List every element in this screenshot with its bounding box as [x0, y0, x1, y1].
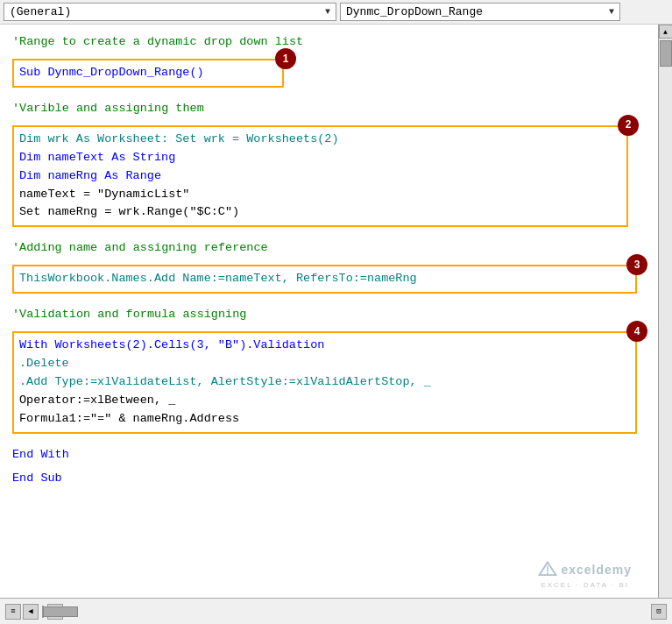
- box2-line2: Dim nameText As String: [19, 151, 175, 164]
- procedure-dropdown-arrow: ▼: [609, 7, 614, 17]
- code-content[interactable]: 'Range to create a dynamic drop down lis…: [0, 25, 658, 598]
- code-box-1: Sub Dynmc_DropDown_Range() 1: [12, 59, 284, 88]
- bottom-bar: ≡ ◀ ▶ ⊡: [0, 598, 672, 624]
- scroll-up-button[interactable]: ▲: [659, 25, 673, 39]
- horizontal-scrollbar-track[interactable]: [42, 606, 44, 618]
- toolbar: (General) ▼ Dynmc_DropDown_Range ▼: [0, 0, 672, 25]
- box4-line3: .Add Type:=xlValidateList, AlertStyle:=x…: [19, 375, 431, 388]
- bottom-left-controls: ≡ ◀ ▶: [5, 604, 63, 620]
- code-editor-area: 'Range to create a dynamic drop down lis…: [0, 25, 672, 598]
- horizontal-scrollbar-thumb[interactable]: [43, 606, 78, 617]
- watermark-text-main: exceldemy: [561, 561, 632, 580]
- badge-1: 1: [275, 48, 296, 69]
- box4-line1: With Worksheets(2).Cells(3, "B").Validat…: [19, 338, 324, 351]
- box3-code: ThisWorkbook.Names.Add Name:=nameText, R…: [19, 272, 417, 285]
- comment-line-4: 'Validation and formula assigning: [12, 306, 646, 324]
- vertical-scrollbar[interactable]: ▲: [658, 25, 672, 598]
- box2-line4: nameText = "DynamicList": [19, 188, 189, 201]
- vba-editor-window: (General) ▼ Dynmc_DropDown_Range ▼ 'Rang…: [0, 0, 672, 624]
- end-with-line: End With: [12, 446, 646, 464]
- end-sub-line: End Sub: [12, 470, 646, 488]
- procedure-dropdown-label: Dynmc_DropDown_Range: [346, 5, 483, 18]
- watermark: exceldemy EXCEL · DATA · BI: [538, 561, 632, 591]
- code-box-2: Dim wrk As Worksheet: Set wrk = Workshee…: [12, 125, 628, 228]
- badge-2: 2: [618, 115, 639, 136]
- box2-line1: Dim wrk As Worksheet: Set wrk = Workshee…: [19, 132, 339, 145]
- comment-line-1: 'Range to create a dynamic drop down lis…: [12, 33, 646, 52]
- resize-handle[interactable]: ⊡: [651, 604, 667, 620]
- general-dropdown-label: (General): [10, 5, 71, 18]
- box1-code: Sub Dynmc_DropDown_Range(): [19, 66, 204, 79]
- procedure-dropdown[interactable]: Dynmc_DropDown_Range ▼: [340, 3, 620, 21]
- badge-4: 4: [626, 321, 647, 342]
- general-dropdown[interactable]: (General) ▼: [4, 3, 336, 21]
- badge-3: 3: [626, 254, 647, 275]
- scroll-thumb-v[interactable]: [660, 40, 672, 67]
- comment-line-2: 'Varible and assigning them: [12, 100, 646, 118]
- box4-line5: Formula1:="=" & nameRng.Address: [19, 412, 239, 425]
- bottom-btn-1[interactable]: ≡: [5, 604, 21, 620]
- watermark-icon: [538, 561, 557, 580]
- comment-line-3: 'Adding name and assigning reference: [12, 239, 646, 258]
- svg-point-2: [547, 572, 548, 574]
- watermark-sub: EXCEL · DATA · BI: [541, 580, 629, 591]
- box2-line3: Dim nameRng As Range: [19, 169, 161, 182]
- box4-line4: Operator:=xlBetween, _: [19, 394, 175, 407]
- box2-line5: Set nameRng = wrk.Range("$C:C"): [19, 205, 239, 218]
- general-dropdown-arrow: ▼: [325, 7, 330, 17]
- code-box-4: With Worksheets(2).Cells(3, "B").Validat…: [12, 331, 637, 434]
- code-box-3: ThisWorkbook.Names.Add Name:=nameText, R…: [12, 265, 637, 294]
- bottom-btn-2[interactable]: ◀: [23, 604, 39, 620]
- box4-line2: .Delete: [19, 357, 69, 370]
